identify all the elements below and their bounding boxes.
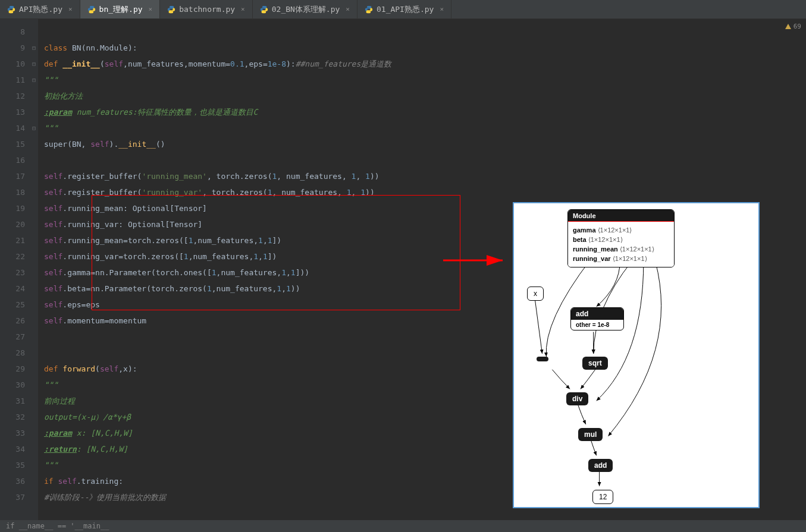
close-icon[interactable]: × — [68, 5, 73, 13]
node-add2: add — [588, 459, 613, 472]
python-icon — [87, 5, 96, 14]
tab-label: API熟悉.py — [19, 4, 62, 15]
breadcrumb-bar: if __name__ == '__main__ — [0, 520, 806, 532]
python-icon — [7, 5, 15, 14]
node-add-eps: add other = 1e-8 — [570, 307, 624, 330]
line-gutter: 8910111213141516171819202122232425262728… — [0, 19, 30, 520]
close-icon[interactable]: × — [241, 5, 245, 13]
node-sqrt: sqrt — [582, 357, 608, 370]
tab-bn[interactable]: bn_理解.py × — [80, 0, 161, 18]
python-icon — [167, 5, 175, 14]
graph-diagram: Module gamma ⟨1×12×1×1⟩ beta ⟨1×12×1×1⟩ … — [513, 202, 760, 508]
node-out: 12 — [592, 490, 613, 504]
close-icon[interactable]: × — [346, 5, 350, 13]
node-x: x — [527, 287, 544, 301]
node-mul: mul — [578, 428, 603, 441]
tab-label: 02_BN体系理解.py — [272, 4, 340, 15]
tab-02bn[interactable]: 02_BN体系理解.py × — [253, 0, 357, 18]
close-icon[interactable]: × — [440, 5, 444, 13]
close-icon[interactable]: × — [149, 5, 153, 13]
node-div: div — [566, 392, 588, 405]
tab-api[interactable]: API熟悉.py × — [0, 0, 80, 18]
tab-batchnorm[interactable]: batchnorm.py × — [160, 0, 253, 18]
python-icon — [365, 5, 373, 14]
node-sub — [537, 357, 548, 361]
tab-01api[interactable]: 01_API熟悉.py × — [357, 0, 451, 18]
module-header: Module — [568, 210, 674, 222]
breadcrumb-text: if __name__ == '__main__ — [6, 522, 109, 530]
editor-tabs: API熟悉.py × bn_理解.py × batchnorm.py × 02_… — [0, 0, 806, 19]
fold-column: ⊟ ⊟ ⊟ ⊟ — [30, 19, 38, 520]
tab-label: batchnorm.py — [179, 5, 235, 14]
module-node: Module gamma ⟨1×12×1×1⟩ beta ⟨1×12×1×1⟩ … — [567, 209, 675, 267]
tab-label: 01_API熟悉.py — [377, 4, 434, 15]
tab-label: bn_理解.py — [99, 4, 143, 15]
python-icon — [260, 5, 268, 14]
